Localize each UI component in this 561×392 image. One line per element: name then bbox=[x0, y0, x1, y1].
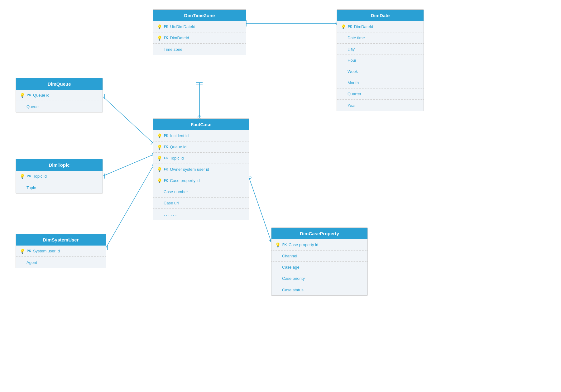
pk-badge: PK bbox=[164, 134, 168, 137]
field-label: Quarter bbox=[348, 92, 361, 96]
key-icon: 💡 bbox=[157, 24, 162, 29]
key-icon: 💡 bbox=[157, 167, 162, 172]
table-row: Week bbox=[337, 66, 424, 77]
svg-line-20 bbox=[106, 167, 153, 248]
key-icon: 💡 bbox=[157, 178, 162, 183]
field-label: Queue id bbox=[170, 145, 186, 149]
field-label: UtcDimDateId bbox=[170, 24, 195, 29]
pk-badge: PK bbox=[27, 174, 31, 178]
key-icon: 💡 bbox=[157, 145, 162, 150]
pk-badge: PK bbox=[27, 93, 31, 97]
field-label: ...... bbox=[164, 212, 178, 217]
svg-line-26 bbox=[249, 179, 271, 241]
table-row: 💡 FK Queue id bbox=[153, 141, 249, 153]
field-label: Case property id bbox=[289, 242, 318, 247]
table-row: 💡 FK DimDateId bbox=[153, 32, 246, 44]
field-label: Queue id bbox=[33, 93, 50, 98]
entity-dimtimezone-header: DimTimeZone bbox=[153, 10, 246, 21]
entity-dimdate: DimDate 💡 PK DimDateId Date time Day Hou… bbox=[337, 9, 424, 111]
table-row: 💡 PK Case property id bbox=[271, 239, 367, 251]
table-row: Case status bbox=[271, 284, 367, 295]
field-label: Time zone bbox=[164, 47, 182, 52]
table-row: Case number bbox=[153, 186, 249, 198]
table-row: Quarter bbox=[337, 88, 424, 100]
table-row: 💡 PK UtcDimDateId bbox=[153, 21, 246, 32]
pk-badge: PK bbox=[348, 25, 352, 28]
field-label: Hour bbox=[348, 58, 356, 63]
key-icon: 💡 bbox=[20, 249, 25, 254]
entity-dimtopic-title: DimTopic bbox=[49, 162, 70, 168]
key-icon: 💡 bbox=[275, 242, 280, 247]
diagram-container: DimTimeZone 💡 PK UtcDimDateId 💡 FK DimDa… bbox=[0, 0, 561, 392]
field-label: Case number bbox=[164, 189, 188, 194]
entity-factcase-title: FactCase bbox=[191, 122, 212, 127]
connectors-svg bbox=[0, 0, 561, 392]
field-label: Topic id bbox=[170, 156, 184, 160]
entity-dimcaseproperty: DimCaseProperty 💡 PK Case property id Ch… bbox=[271, 227, 368, 296]
field-label: DimDateId bbox=[354, 24, 373, 29]
key-icon: 💡 bbox=[157, 36, 162, 41]
pk-badge: PK bbox=[164, 25, 168, 28]
field-label: Queue bbox=[26, 104, 39, 109]
entity-factcase: FactCase 💡 PK Incident id 💡 FK Queue id … bbox=[153, 118, 249, 220]
entity-dimqueue-header: DimQueue bbox=[16, 78, 103, 90]
table-row: Date time bbox=[337, 32, 424, 44]
field-label: Case priority bbox=[282, 276, 305, 281]
entity-dimsystemuser-header: DimSystemUser bbox=[16, 234, 106, 246]
entity-dimcaseproperty-title: DimCaseProperty bbox=[300, 231, 339, 236]
field-label: Topic id bbox=[33, 174, 47, 179]
entity-dimtimezone-title: DimTimeZone bbox=[184, 13, 215, 18]
table-row: 💡 PK Incident id bbox=[153, 130, 249, 141]
field-label: Case age bbox=[282, 265, 300, 270]
table-row: ...... bbox=[153, 209, 249, 220]
field-label: System user id bbox=[33, 249, 60, 253]
entity-dimdate-body: 💡 PK DimDateId Date time Day Hour Week M… bbox=[337, 21, 424, 111]
field-label: Month bbox=[348, 80, 359, 85]
table-row: Case age bbox=[271, 262, 367, 273]
entity-dimtimezone: DimTimeZone 💡 PK UtcDimDateId 💡 FK DimDa… bbox=[153, 9, 246, 55]
svg-line-14 bbox=[103, 155, 153, 176]
key-icon: 💡 bbox=[341, 24, 346, 29]
pk-badge: PK bbox=[27, 249, 31, 253]
key-icon: 💡 bbox=[20, 93, 25, 98]
table-row: Topic bbox=[16, 182, 103, 193]
table-row: 💡 FK Case property id bbox=[153, 175, 249, 186]
field-label: Owner system user id bbox=[170, 167, 209, 172]
table-row: Case url bbox=[153, 198, 249, 209]
field-label: Day bbox=[348, 47, 355, 51]
entity-dimcaseproperty-header: DimCaseProperty bbox=[271, 228, 367, 239]
table-row: 💡 PK Queue id bbox=[16, 90, 103, 101]
table-row: 💡 PK System user id bbox=[16, 246, 106, 257]
table-row: Year bbox=[337, 100, 424, 111]
entity-dimtopic-body: 💡 PK Topic id Topic bbox=[16, 171, 103, 193]
table-row: Month bbox=[337, 77, 424, 88]
table-row: Agent bbox=[16, 257, 106, 268]
field-label: Case url bbox=[164, 201, 179, 205]
entity-dimsystemuser-body: 💡 PK System user id Agent bbox=[16, 246, 106, 268]
entity-dimqueue-body: 💡 PK Queue id Queue bbox=[16, 90, 103, 112]
table-row: Hour bbox=[337, 55, 424, 66]
field-label: Channel bbox=[282, 254, 297, 258]
fk-badge: FK bbox=[164, 168, 168, 171]
key-icon: 💡 bbox=[20, 174, 25, 179]
key-icon: 💡 bbox=[157, 133, 162, 138]
entity-dimsystemuser: DimSystemUser 💡 PK System user id Agent bbox=[16, 234, 106, 268]
table-row: 💡 PK DimDateId bbox=[337, 21, 424, 32]
field-label: DimDateId bbox=[170, 36, 189, 40]
field-label: Topic bbox=[26, 185, 36, 190]
entity-dimdate-title: DimDate bbox=[371, 13, 390, 18]
field-label: Case property id bbox=[170, 178, 199, 183]
field-label: Week bbox=[348, 69, 358, 74]
table-row: Time zone bbox=[153, 44, 246, 55]
entity-dimcaseproperty-body: 💡 PK Case property id Channel Case age C… bbox=[271, 239, 367, 295]
fk-badge: FK bbox=[164, 36, 168, 40]
field-label: Incident id bbox=[170, 133, 189, 138]
table-row: Channel bbox=[271, 251, 367, 262]
svg-line-9 bbox=[103, 97, 153, 143]
table-row: 💡 FK Owner system user id bbox=[153, 164, 249, 175]
table-row: Queue bbox=[16, 101, 103, 112]
entity-dimtopic-header: DimTopic bbox=[16, 159, 103, 171]
field-label: Case status bbox=[282, 288, 304, 292]
field-label: Date time bbox=[348, 36, 365, 40]
table-row: 💡 PK Topic id bbox=[16, 171, 103, 182]
